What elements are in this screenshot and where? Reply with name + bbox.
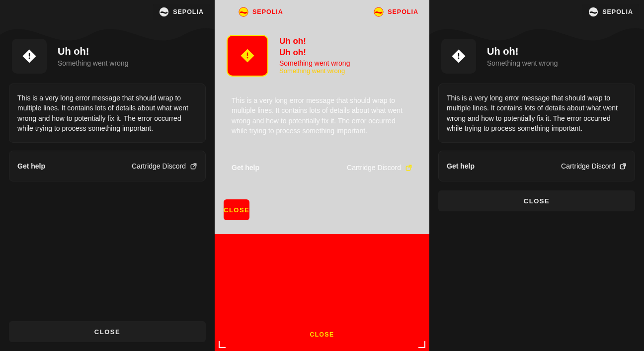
- svg-point-13: [458, 58, 460, 59]
- network-name: SEPOLIA: [602, 8, 633, 15]
- help-label: Get help: [232, 164, 259, 172]
- network-icon: [159, 7, 169, 17]
- help-label: Get help: [447, 162, 475, 170]
- network-icon: [239, 7, 248, 17]
- discord-link-text: Cartridge Discord: [347, 164, 401, 172]
- network-name: SEPOLIA: [252, 8, 283, 15]
- svg-rect-3: [29, 53, 30, 57]
- error-message-card: This is a very long error message that s…: [438, 84, 635, 143]
- error-message: This is a very long error message that s…: [447, 93, 627, 133]
- svg-point-8: [247, 57, 248, 59]
- ghost-close-label: CLOSE: [310, 331, 334, 338]
- svg-point-2: [29, 58, 30, 59]
- error-icon-box: [441, 39, 476, 74]
- external-link-icon: [405, 164, 412, 172]
- close-button[interactable]: CLOSE: [224, 199, 249, 220]
- error-message-card: This is a very long error message that s…: [224, 87, 420, 145]
- discord-link[interactable]: Cartridge Discord: [132, 162, 197, 170]
- error-panel-variant-1: SEPOLIA Uh oh! Something went wrong This…: [0, 0, 215, 351]
- close-button[interactable]: CLOSE: [9, 321, 206, 342]
- error-subtitle: Something went wrong: [487, 59, 558, 67]
- error-subtitle-dup: Something went wrong: [279, 67, 350, 75]
- network-badge-dup: SEPOLIA: [368, 4, 424, 20]
- network-icon: [588, 7, 598, 17]
- help-label: Get help: [17, 162, 45, 170]
- error-message: This is a very long error message that s…: [17, 93, 197, 133]
- corner-bracket-icon: [219, 341, 226, 348]
- error-title-dup: Uh oh!: [279, 48, 350, 58]
- error-title: Uh oh!: [58, 46, 128, 57]
- alert-diamond-icon: [240, 48, 255, 64]
- glitch-red-area: CLOSE: [215, 234, 429, 351]
- error-header: Uh oh! Something went wrong: [0, 39, 215, 74]
- network-badge: SEPOLIA: [233, 4, 289, 20]
- network-name: SEPOLIA: [388, 8, 418, 15]
- svg-rect-9: [247, 53, 248, 56]
- error-panel-variant-3: SEPOLIA Uh oh! Something went wrong This…: [429, 0, 644, 351]
- error-title: Uh oh!: [487, 46, 558, 57]
- error-panel-variant-2: SEPOLIA SEPOLIA Uh oh! Uh oh! Something: [215, 0, 429, 351]
- network-name: SEPOLIA: [173, 8, 204, 15]
- help-card: Get help Cartridge Discord: [9, 151, 206, 181]
- svg-rect-14: [458, 53, 459, 57]
- error-subtitle: Something went wrong: [279, 59, 350, 67]
- help-card: Get help Cartridge Discord: [224, 153, 420, 182]
- network-icon: [374, 7, 384, 17]
- corner-bracket-icon: [418, 341, 425, 348]
- error-icon-box: [12, 39, 47, 74]
- network-badge: SEPOLIA: [153, 4, 210, 20]
- error-title: Uh oh!: [279, 37, 350, 46]
- help-card: Get help Cartridge Discord: [438, 151, 635, 181]
- alert-diamond-icon: [21, 48, 37, 64]
- discord-link-text: Cartridge Discord: [561, 162, 615, 170]
- error-message-card: This is a very long error message that s…: [9, 84, 206, 143]
- external-link-icon: [190, 163, 197, 170]
- error-header: Uh oh! Something went wrong: [429, 39, 644, 74]
- alert-diamond-icon: [451, 48, 467, 64]
- discord-link-text: Cartridge Discord: [132, 162, 186, 170]
- error-message: This is a very long error message that s…: [232, 95, 412, 136]
- error-icon-box: [227, 35, 268, 77]
- error-subtitle: Something went wrong: [58, 59, 128, 67]
- external-link-icon: [619, 163, 627, 170]
- error-header: Uh oh! Uh oh! Something went wrong Somet…: [215, 35, 429, 77]
- discord-link[interactable]: Cartridge Discord: [561, 162, 627, 170]
- close-button[interactable]: CLOSE: [438, 190, 635, 211]
- network-badge: SEPOLIA: [582, 4, 639, 20]
- discord-link[interactable]: Cartridge Discord: [347, 164, 412, 172]
